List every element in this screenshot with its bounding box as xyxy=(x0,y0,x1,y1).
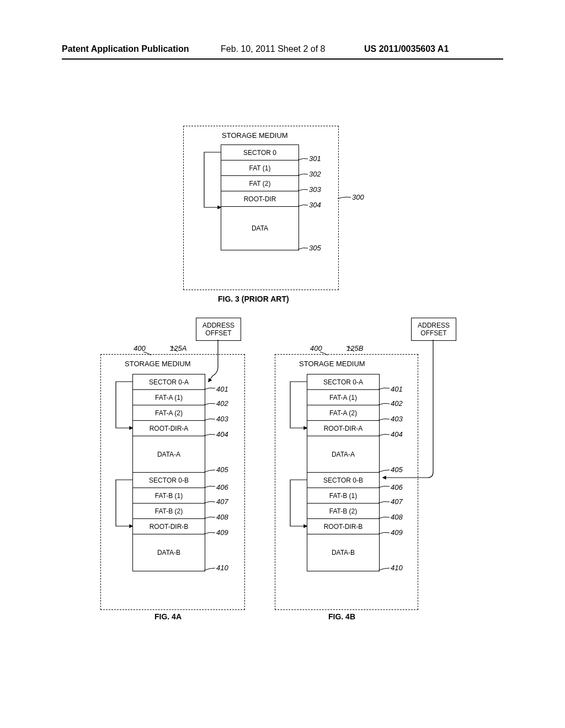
fig4a-ref-410: 410 xyxy=(216,564,228,572)
fig4b-datab: DATA-B xyxy=(307,534,380,571)
fig4a-fatb2: FAT-B (2) xyxy=(132,503,205,520)
fig4a-fata1: FAT-A (1) xyxy=(132,389,205,406)
fig4b-rootdirb: ROOT-DIR-B xyxy=(307,518,380,535)
fig4a-rootdira: ROOT-DIR-A xyxy=(132,420,205,437)
fig4b-fata1: FAT-A (1) xyxy=(307,389,380,406)
fig4a-storage-label: STORAGE MEDIUM xyxy=(125,360,191,368)
header-center: Feb. 10, 2011 Sheet 2 of 8 xyxy=(221,44,325,54)
fig4b-rootdira: ROOT-DIR-A xyxy=(307,420,380,437)
fig4b-sector0b: SECTOR 0-B xyxy=(307,472,380,489)
fig4a-ref-125A: 125A xyxy=(170,344,186,352)
fig4b-ref-405: 405 xyxy=(391,465,403,474)
fig4b-ref-402: 402 xyxy=(391,399,403,408)
fig3-caption: FIG. 3 (PRIOR ART) xyxy=(218,295,289,303)
fig3-rootdir: ROOT-DIR xyxy=(221,191,299,207)
fig4b-addr-offset-text: ADDRESS OFFSET xyxy=(418,322,450,338)
fig4b-ref-410: 410 xyxy=(391,564,403,572)
fig3-data: DATA xyxy=(221,206,299,250)
fig4b-ref-401: 401 xyxy=(391,385,403,393)
fig4a-addr-offset: ADDRESS OFFSET xyxy=(196,318,241,341)
fig4a-ref-404: 404 xyxy=(216,430,228,438)
fig4b-ref-408: 408 xyxy=(391,513,403,521)
fig4a-ref-400: 400 xyxy=(134,344,146,352)
fig4b-storage-label: STORAGE MEDIUM xyxy=(299,360,365,368)
fig4a-sector0a: SECTOR 0-A xyxy=(132,374,205,390)
fig4a-datab: DATA-B xyxy=(132,534,205,571)
fig4a-rootdirb: ROOT-DIR-B xyxy=(132,518,205,535)
fig4b-ref-406: 406 xyxy=(391,483,403,491)
fig4a-fata2: FAT-A (2) xyxy=(132,405,205,421)
fig4a-ref-403: 403 xyxy=(216,415,228,423)
fig3-ref-305: 305 xyxy=(309,244,321,252)
fig3-ref-300: 300 xyxy=(352,193,364,201)
header-rule xyxy=(62,58,503,60)
fig4a-ref-406: 406 xyxy=(216,483,228,491)
fig4b-ref-403: 403 xyxy=(391,415,403,423)
fig4b-ref-125B: 125B xyxy=(347,344,363,352)
fig3-ref-304: 304 xyxy=(309,201,321,209)
fig4a-ref-409: 409 xyxy=(216,528,228,537)
fig3-sector0: SECTOR 0 xyxy=(221,144,299,161)
fig3-fat2: FAT (2) xyxy=(221,175,299,192)
fig4a-ref-402: 402 xyxy=(216,399,228,408)
fig4b-ref-409: 409 xyxy=(391,528,403,537)
fig4b-fatb1: FAT-B (1) xyxy=(307,488,380,504)
fig3-ref-303: 303 xyxy=(309,185,321,194)
fig4a-fatb1: FAT-B (1) xyxy=(132,488,205,504)
fig4a-dataa: DATA-A xyxy=(132,436,205,473)
fig3-ref-301: 301 xyxy=(309,154,321,163)
header-left: Patent Application Publication xyxy=(62,44,189,54)
fig3-fat1: FAT (1) xyxy=(221,160,299,176)
fig4b-ref-400: 400 xyxy=(310,344,322,352)
fig4a-ref-405: 405 xyxy=(216,465,228,474)
fig4b-ref-404: 404 xyxy=(391,430,403,438)
fig4a-ref-407: 407 xyxy=(216,497,228,506)
fig3-storage-label: STORAGE MEDIUM xyxy=(222,131,288,140)
fig3-ref-302: 302 xyxy=(309,170,321,178)
fig4a-ref-401: 401 xyxy=(216,385,228,393)
fig4a-caption: FIG. 4A xyxy=(154,612,182,621)
fig4b-addr-offset: ADDRESS OFFSET xyxy=(411,318,456,341)
fig4b-dataa: DATA-A xyxy=(307,436,380,473)
fig4a-addr-offset-text: ADDRESS OFFSET xyxy=(202,322,234,338)
header-right: US 2011/0035603 A1 xyxy=(364,44,449,54)
fig4b-fatb2: FAT-B (2) xyxy=(307,503,380,520)
fig4b-caption: FIG. 4B xyxy=(328,612,355,621)
fig4b-sector0a: SECTOR 0-A xyxy=(307,374,380,390)
fig4b-fata2: FAT-A (2) xyxy=(307,405,380,421)
fig4b-ref-407: 407 xyxy=(391,497,403,506)
fig4a-sector0b: SECTOR 0-B xyxy=(132,472,205,489)
fig4a-ref-408: 408 xyxy=(216,513,228,521)
